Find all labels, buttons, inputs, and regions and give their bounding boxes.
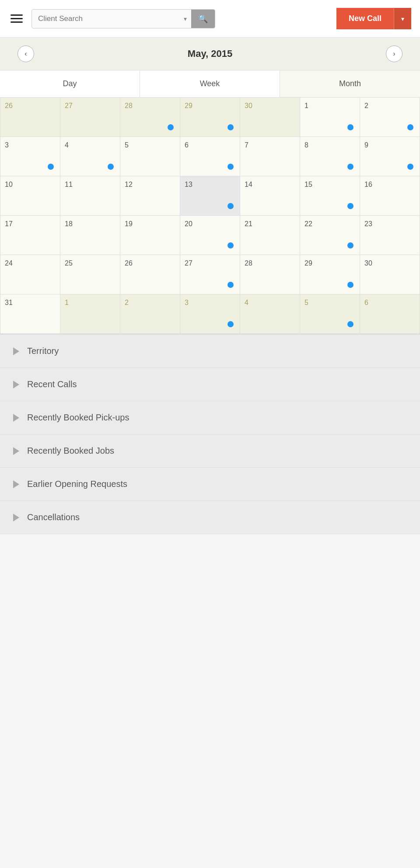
calendar-cell[interactable]: 5	[300, 294, 360, 334]
calendar-cell[interactable]: 14	[240, 176, 300, 216]
event-dot	[168, 124, 174, 130]
calendar-cell[interactable]: 13	[180, 176, 240, 216]
chevron-left-icon: ‹	[24, 50, 27, 58]
event-dot	[228, 203, 234, 209]
triangle-icon	[13, 447, 19, 455]
day-number: 19	[125, 220, 133, 228]
client-search-wrapper: ▾ 🔍	[32, 9, 215, 28]
chevron-down-icon: ▾	[401, 15, 404, 22]
search-icon: 🔍	[198, 14, 208, 23]
calendar-title: May, 2015	[188, 48, 232, 60]
section-label: Recently Booked Pick-ups	[27, 413, 129, 423]
calendar-cell[interactable]: 6	[360, 294, 420, 334]
calendar-cell[interactable]: 28	[240, 255, 300, 294]
day-number: 17	[5, 220, 13, 228]
tab-month[interactable]: Month	[280, 70, 420, 97]
next-month-button[interactable]: ›	[386, 46, 402, 62]
event-dot	[347, 242, 354, 248]
calendar-cell[interactable]: 1	[60, 294, 120, 334]
triangle-icon	[13, 347, 19, 355]
day-number: 28	[125, 102, 133, 109]
calendar-cell[interactable]: 16	[360, 176, 420, 216]
calendar-cell[interactable]: 8	[300, 137, 360, 176]
calendar-cell[interactable]: 9	[360, 137, 420, 176]
calendar-section: ‹ May, 2015 › Day Week Month 26272829301…	[0, 38, 420, 334]
day-number: 12	[125, 181, 133, 188]
new-call-group: New Call ▾	[336, 8, 411, 29]
client-search-input[interactable]	[32, 10, 179, 28]
day-number: 23	[364, 220, 372, 228]
day-number: 13	[185, 181, 192, 188]
calendar-cell[interactable]: 31	[0, 294, 60, 334]
calendar-cell[interactable]: 12	[120, 176, 180, 216]
day-number: 2	[125, 299, 129, 306]
calendar-cell[interactable]: 11	[60, 176, 120, 216]
calendar-cell[interactable]: 15	[300, 176, 360, 216]
calendar-cell[interactable]: 22	[300, 216, 360, 255]
section-item[interactable]: Territory	[0, 334, 420, 368]
new-call-dropdown-button[interactable]: ▾	[394, 8, 411, 29]
day-number: 3	[185, 299, 189, 306]
day-number: 8	[304, 141, 308, 149]
calendar-cell[interactable]: 29	[180, 98, 240, 137]
day-number: 9	[364, 141, 368, 149]
event-dot	[48, 164, 54, 170]
calendar-cell[interactable]: 2	[120, 294, 180, 334]
chevron-right-icon: ›	[393, 50, 395, 58]
section-item[interactable]: Earlier Opening Requests	[0, 468, 420, 501]
section-label: Earlier Opening Requests	[27, 479, 127, 489]
menu-button[interactable]	[9, 13, 24, 24]
day-number: 16	[364, 181, 372, 188]
calendar-cell[interactable]: 30	[360, 255, 420, 294]
calendar-cell[interactable]: 4	[240, 294, 300, 334]
calendar-cell[interactable]: 5	[120, 137, 180, 176]
section-label: Recent Calls	[27, 379, 77, 389]
day-number: 30	[245, 102, 252, 109]
app-header: ▾ 🔍 New Call ▾	[0, 0, 420, 38]
calendar-cell[interactable]: 3	[180, 294, 240, 334]
calendar-cell[interactable]: 30	[240, 98, 300, 137]
calendar-cell[interactable]: 27	[180, 255, 240, 294]
calendar-cell[interactable]: 20	[180, 216, 240, 255]
calendar-cell[interactable]: 28	[120, 98, 180, 137]
calendar-cell[interactable]: 21	[240, 216, 300, 255]
calendar-cell[interactable]: 24	[0, 255, 60, 294]
prev-month-button[interactable]: ‹	[18, 46, 34, 62]
calendar-cell[interactable]: 1	[300, 98, 360, 137]
event-dot	[347, 164, 354, 170]
calendar-cell[interactable]: 7	[240, 137, 300, 176]
calendar-cell[interactable]: 18	[60, 216, 120, 255]
tab-day[interactable]: Day	[0, 70, 140, 97]
calendar-cell[interactable]: 2	[360, 98, 420, 137]
calendar-cell[interactable]: 3	[0, 137, 60, 176]
section-item[interactable]: Recent Calls	[0, 368, 420, 401]
calendar-cell[interactable]: 10	[0, 176, 60, 216]
section-item[interactable]: Recently Booked Pick-ups	[0, 401, 420, 434]
section-item[interactable]: Recently Booked Jobs	[0, 434, 420, 468]
calendar-cell[interactable]: 27	[60, 98, 120, 137]
tab-week[interactable]: Week	[140, 70, 280, 97]
calendar-cell[interactable]: 6	[180, 137, 240, 176]
calendar-cell[interactable]: 23	[360, 216, 420, 255]
new-call-button[interactable]: New Call	[336, 8, 394, 29]
triangle-icon	[13, 381, 19, 388]
calendar-cell[interactable]: 25	[60, 255, 120, 294]
calendar-cell[interactable]: 4	[60, 137, 120, 176]
calendar-cell[interactable]: 17	[0, 216, 60, 255]
section-item[interactable]: Cancellations	[0, 501, 420, 534]
day-number: 26	[5, 102, 13, 109]
calendar-cell[interactable]: 19	[120, 216, 180, 255]
day-number: 26	[125, 259, 133, 267]
calendar-cell[interactable]: 26	[0, 98, 60, 137]
day-number: 22	[304, 220, 312, 228]
search-dropdown-button[interactable]: ▾	[179, 11, 191, 27]
calendar-cell[interactable]: 29	[300, 255, 360, 294]
day-number: 29	[304, 259, 312, 267]
search-button[interactable]: 🔍	[191, 10, 215, 28]
event-dot	[407, 124, 413, 130]
day-number: 20	[185, 220, 192, 228]
day-number: 4	[65, 141, 69, 149]
day-number: 30	[364, 259, 372, 267]
event-dot	[347, 124, 354, 130]
calendar-cell[interactable]: 26	[120, 255, 180, 294]
